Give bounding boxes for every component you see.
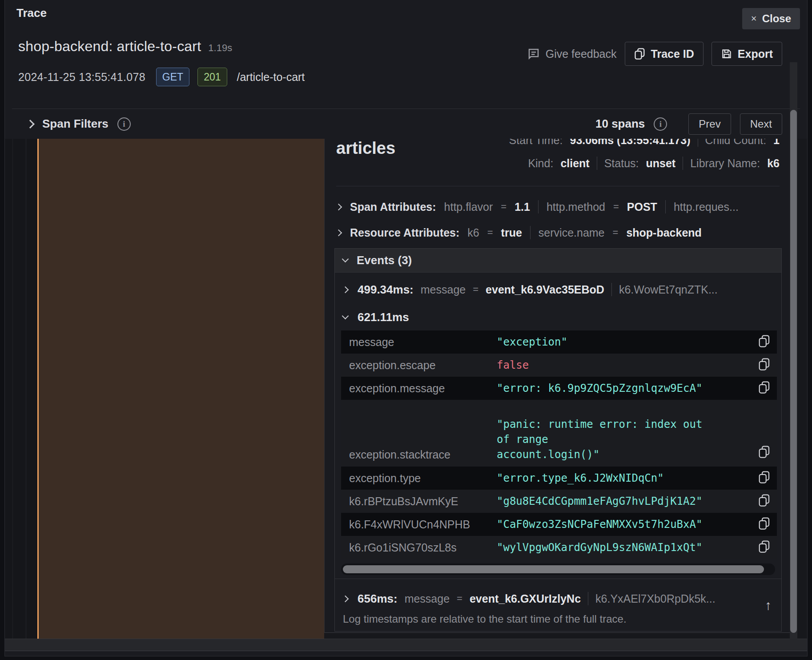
span-meta-row-2: Kind: client Status: unset Library Name:… bbox=[528, 157, 780, 170]
event-message-key: message bbox=[405, 592, 450, 605]
event-row-2[interactable]: 621.11ms bbox=[335, 306, 781, 328]
row-key: exception.stacktrace bbox=[341, 448, 497, 462]
row-key: exception.escape bbox=[341, 359, 497, 372]
tree-guide-line bbox=[26, 139, 26, 639]
copy-button[interactable] bbox=[758, 334, 771, 350]
divider bbox=[597, 157, 597, 170]
table-row: exception.type "error.type_k6.J2WxNIDqCn… bbox=[341, 467, 777, 490]
child-count-label: Child Count: bbox=[705, 139, 767, 148]
prev-span-button[interactable]: Prev bbox=[688, 113, 731, 135]
attr-key: service.name bbox=[539, 226, 605, 239]
events-header[interactable]: Events (3) bbox=[335, 249, 781, 273]
close-button[interactable]: × Close bbox=[742, 8, 800, 29]
scrollbar-thumb[interactable] bbox=[790, 110, 797, 633]
table-row: k6.rGo1iSNG70szL8s "wylVpgwOKardGyNpL9sz… bbox=[341, 536, 777, 559]
span-nav: 10 spans i Prev Next bbox=[595, 113, 807, 135]
trace-modal: Trace × Close shop-backend: article-to-c… bbox=[4, 0, 808, 656]
events-footnote: Log timestamps are relative to the start… bbox=[343, 613, 627, 625]
table-row: exception.stacktrace "panic: runtime err… bbox=[341, 400, 777, 467]
trace-duration: 1.19s bbox=[208, 42, 232, 54]
request-summary-row: 2024-11-25 13:55:41.078 GET 201 /article… bbox=[18, 68, 305, 86]
resource-attributes-row[interactable]: Resource Attributes: k6 = true service.n… bbox=[336, 226, 784, 239]
status-value: unset bbox=[646, 157, 676, 170]
export-label: Export bbox=[738, 48, 773, 60]
copy-button[interactable] bbox=[758, 494, 771, 509]
divider bbox=[611, 283, 612, 296]
copy-button[interactable] bbox=[758, 445, 771, 460]
selected-span-row-highlight bbox=[39, 139, 324, 639]
event-time: 499.34ms: bbox=[358, 283, 414, 297]
copy-button[interactable] bbox=[758, 381, 771, 396]
equals-sign: = bbox=[613, 227, 619, 238]
chevron-down-icon bbox=[342, 312, 349, 319]
span-filters-bar: Span Filters i 10 spans i Prev Next bbox=[5, 109, 807, 139]
next-span-button[interactable]: Next bbox=[740, 113, 782, 135]
kind-value: client bbox=[560, 157, 589, 170]
table-row: message "exception" bbox=[341, 330, 777, 354]
status-code-badge: 201 bbox=[197, 68, 227, 86]
child-count-value: 1 bbox=[773, 139, 780, 148]
attr-key: k6 bbox=[467, 226, 479, 239]
divider bbox=[698, 139, 698, 147]
event-time: 656ms: bbox=[358, 592, 398, 606]
close-label: Close bbox=[762, 12, 791, 25]
give-feedback-label: Give feedback bbox=[546, 48, 617, 60]
row-value: false bbox=[497, 358, 710, 373]
header-actions: Give feedback Trace ID Export bbox=[527, 42, 782, 66]
table-row: exception.message "error: k6.9p9ZQC5pZzg… bbox=[341, 377, 777, 400]
start-time-label: Start Time: bbox=[509, 139, 563, 148]
trace-id-label: Trace ID bbox=[651, 48, 694, 60]
span-meta-row-1: Start Time: 93.06ms (13:55:41.173) Child… bbox=[509, 139, 780, 148]
span-filters-toggle[interactable]: Span Filters i bbox=[5, 117, 131, 131]
span-count: 10 spans bbox=[595, 117, 645, 131]
copy-icon bbox=[634, 48, 646, 60]
row-value: "g8u8E4CdCGpmm1eFAgG7hvLPdjK1A2" bbox=[497, 494, 710, 509]
row-value: "wylVpgwOKardGyNpL9szN6WAIp1xQt" bbox=[497, 540, 710, 555]
horizontal-scrollbar[interactable] bbox=[341, 563, 775, 575]
divider bbox=[336, 186, 780, 186]
table-row: k6.F4xWRlVUCn4NPHB "CaF0wzo3ZsNCPaFeNMXX… bbox=[341, 513, 777, 536]
chevron-right-icon bbox=[336, 203, 342, 210]
copy-button[interactable] bbox=[758, 517, 771, 532]
row-key: k6.rBPtzuBsJAvmKyE bbox=[341, 495, 497, 508]
library-value: k6 bbox=[767, 157, 780, 170]
row-value: "error: k6.9p9ZQC5pZzgnlqzw9EcA" bbox=[497, 381, 710, 396]
method-badge: GET bbox=[156, 68, 189, 86]
copy-button[interactable] bbox=[758, 471, 771, 486]
request-path: /article-to-cart bbox=[237, 71, 305, 84]
scrollbar-thumb[interactable] bbox=[343, 565, 764, 573]
save-icon bbox=[721, 48, 732, 60]
span-filters-label: Span Filters bbox=[42, 117, 109, 131]
feedback-icon bbox=[527, 47, 540, 60]
event-row-1[interactable]: 499.34ms: message = event_k6.9Vac35EBoD … bbox=[335, 279, 781, 300]
row-key: k6.rGo1iSNG70szL8s bbox=[341, 541, 497, 554]
resource-attributes-label: Resource Attributes: bbox=[350, 226, 459, 239]
start-time-value: 93.06ms (13:55:41.173) bbox=[570, 139, 690, 148]
give-feedback-button[interactable]: Give feedback bbox=[527, 47, 617, 60]
event-row-3[interactable]: 656ms: message = event_k6.GXUrIzlyNc k6.… bbox=[335, 588, 781, 609]
event-extra-truncated: k6.YxAEl7Xb0RpDk5k... bbox=[595, 592, 716, 605]
copy-button[interactable] bbox=[758, 358, 771, 373]
row-value: "exception" bbox=[497, 334, 710, 350]
info-icon: i bbox=[654, 117, 667, 131]
divider bbox=[683, 157, 683, 170]
event-message-value: event_k6.GXUrIzlyNc bbox=[470, 592, 581, 605]
scroll-to-top-icon[interactable]: ↑ bbox=[765, 598, 772, 613]
equals-sign: = bbox=[613, 201, 619, 213]
event-time: 621.11ms bbox=[358, 310, 409, 324]
equals-sign: = bbox=[473, 284, 478, 295]
page-title: Trace bbox=[16, 6, 47, 20]
span-timeline[interactable] bbox=[5, 139, 324, 639]
row-key: k6.F4xWRlVUCn4NPHB bbox=[341, 518, 497, 531]
copy-button[interactable] bbox=[758, 540, 771, 555]
status-label: Status: bbox=[604, 157, 639, 170]
attr-key: http.method bbox=[547, 201, 605, 213]
vertical-scrollbar[interactable] bbox=[790, 62, 797, 639]
row-value: "error.type_k6.J2WxNIDqCn" bbox=[497, 471, 710, 486]
trace-timestamp: 2024-11-25 13:55:41.078 bbox=[18, 71, 145, 84]
span-attributes-row[interactable]: Span Attributes: http.flavor = 1.1 http.… bbox=[336, 200, 784, 213]
trace-id-button[interactable]: Trace ID bbox=[625, 42, 703, 66]
attr-value: true bbox=[501, 226, 522, 239]
export-button[interactable]: Export bbox=[712, 42, 782, 66]
equals-sign: = bbox=[501, 201, 506, 213]
